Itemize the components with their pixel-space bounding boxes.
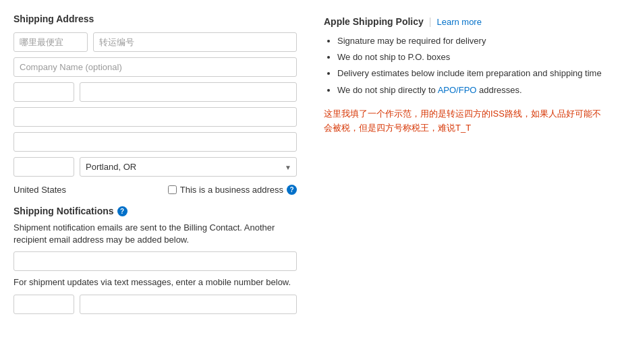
policy-item-4: We do not ship directly to APO/FPO addre… xyxy=(337,84,609,96)
shipping-address-title: Shipping Address xyxy=(13,13,297,24)
policy-item-3: Delivery estimates below include item pr… xyxy=(337,67,609,80)
user-note: 这里我填了一个作示范，用的是转运四方的ISS路线，如果人品好可能不会被税，但是四… xyxy=(324,107,609,135)
phone-number-input[interactable]: 2573368 xyxy=(80,82,297,102)
policy-title: Apple Shipping Policy xyxy=(324,16,424,27)
phone-area-input[interactable]: 503 xyxy=(13,82,74,102)
city-state-select[interactable]: Portland, OR Portland, ME xyxy=(80,157,297,177)
forwarding-code-input[interactable] xyxy=(93,32,297,52)
address2-input[interactable]: ISS CNLQEIEF xyxy=(13,132,297,152)
business-help-icon[interactable]: ? xyxy=(287,185,297,195)
nickname-input[interactable] xyxy=(13,32,88,52)
zip-code-input[interactable]: 97230 xyxy=(13,157,74,177)
sms-area-input[interactable]: 503 xyxy=(13,295,74,314)
policy-divider: | xyxy=(429,16,432,27)
company-name-input[interactable] xyxy=(13,57,297,77)
learn-more-link[interactable]: Learn more xyxy=(436,17,481,27)
notifications-title-text: Shipping Notifications xyxy=(13,206,114,216)
sms-number-input[interactable]: 2573368 xyxy=(80,295,297,314)
street-address-input[interactable]: 15617 NE Airport Way xyxy=(13,107,297,127)
notifications-help-icon[interactable]: ? xyxy=(117,206,128,216)
policy-item-1: Signature may be required for delivery xyxy=(337,35,609,47)
email-input[interactable]: liu@nlzpy.com xyxy=(13,251,297,271)
notification-description: Shipment notification emails are sent to… xyxy=(13,222,297,246)
apo-fpo-link[interactable]: APO/FPO xyxy=(438,85,477,95)
policy-item-2: We do not ship to P.O. boxes xyxy=(337,51,609,63)
country-label: United States xyxy=(13,182,66,198)
business-address-checkbox[interactable] xyxy=(168,185,177,194)
policy-list: Signature may be required for delivery W… xyxy=(324,35,609,96)
sms-description: For shipment updates via text messages, … xyxy=(13,276,297,289)
city-state-select-wrapper: Portland, OR Portland, ME ▼ xyxy=(80,157,297,177)
business-address-label: This is a business address xyxy=(180,185,283,195)
